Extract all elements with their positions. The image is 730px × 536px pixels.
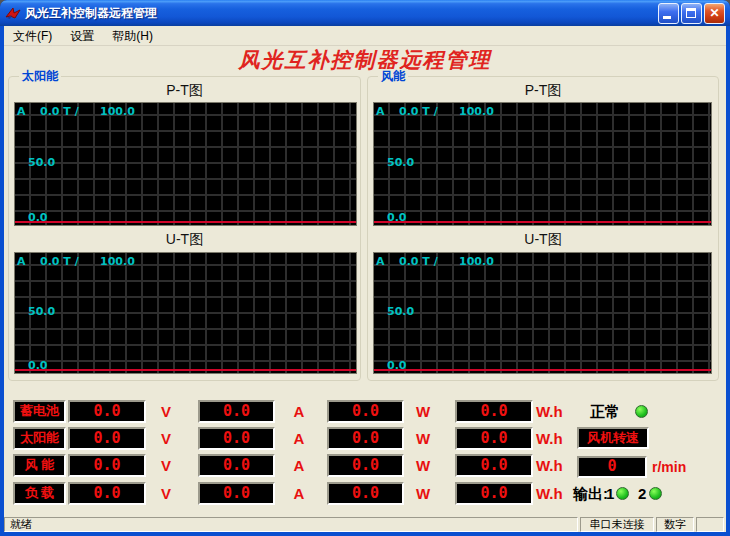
close-button[interactable]: ✕ [704,3,725,24]
voltage-unit: V [152,485,180,502]
main-content: 风光互补控制器远程管理 太阳能 P-T图 A 0.0 T / 100.0 50.… [4,46,726,517]
wind-ut-chart-title: U-T图 [368,231,718,249]
normal-status-label: 正常 [590,403,620,422]
menu-help[interactable]: 帮助(H) [103,26,162,45]
app-window: 风光互补控制器远程管理 ✕ 文件(F) 设置 帮助(H) 风光互补控制器远程管理… [0,0,730,536]
y-max-label: 100.0 [100,255,135,268]
battery-voltage-display: 0.0 [68,400,146,423]
y-mid-label: 50.0 [28,305,55,318]
wind-current-display: 0.0 [198,454,275,477]
maximize-button[interactable] [681,3,702,24]
wind-power-display: 0.0 [327,454,404,477]
axis-marker: A [17,105,26,118]
energy-unit: W.h [536,457,578,474]
axis-marker: A [376,105,385,118]
menubar: 文件(F) 设置 帮助(H) [4,26,726,46]
output-1-led [616,487,629,500]
status-mode: 数字 [656,517,694,532]
group-solar-label: 太阳能 [19,69,61,83]
wind-voltage-display: 0.0 [68,454,146,477]
solar-ut-chart: A 0.0 T / 100.0 50.0 0.0 [14,252,357,374]
output-2-led [649,487,662,500]
statusbar: 就绪 串口未连接 数字 [4,517,726,532]
solar-voltage-display: 0.0 [68,427,146,450]
battery-power-display: 0.0 [327,400,404,423]
output-2-label: 2 [638,485,646,502]
zero-data-line [374,221,711,223]
battery-energy-display: 0.0 [455,400,533,423]
y-max-label: 100.0 [100,105,135,118]
current-unit: A [285,457,313,474]
zero-data-line [15,369,356,371]
menu-file[interactable]: 文件(F) [4,26,61,45]
row-label-solar: 太阳能 [13,427,66,450]
y-max-label: 100.0 [459,255,494,268]
voltage-unit: V [152,430,180,447]
y-mid-label: 50.0 [387,156,414,169]
row-label-wind: 风 能 [13,454,66,477]
axis-marker: A [376,255,385,268]
current-unit: A [285,403,313,420]
voltage-unit: V [152,457,180,474]
status-ready: 就绪 [4,517,578,532]
output-1-label: 1 [606,485,614,502]
solar-current-display: 0.0 [198,427,275,450]
solar-power-display: 0.0 [327,427,404,450]
solar-pt-chart: A 0.0 T / 100.0 50.0 0.0 [14,102,357,226]
power-unit: W [409,430,437,447]
menu-settings[interactable]: 设置 [61,26,103,45]
status-spare-panel [696,517,724,532]
load-energy-display: 0.0 [455,482,533,505]
fan-speed-label: 风机转速 [577,427,649,449]
battery-current-display: 0.0 [198,400,275,423]
y-max-label: 100.0 [459,105,494,118]
power-unit: W [409,403,437,420]
time-scale-label: 0.0 T / [399,255,438,268]
y-mid-label: 50.0 [28,156,55,169]
maximize-icon [686,8,696,18]
energy-unit: W.h [536,403,578,420]
minimize-icon [663,16,671,19]
current-unit: A [285,430,313,447]
wind-pt-chart-title: P-T图 [368,82,718,100]
y-mid-label: 50.0 [387,305,414,318]
load-power-display: 0.0 [327,482,404,505]
current-unit: A [285,485,313,502]
energy-unit: W.h [536,430,578,447]
row-label-load: 负 载 [13,482,66,505]
solar-pt-chart-title: P-T图 [9,82,360,100]
group-wind-label: 风能 [378,69,408,83]
output-label: 输出: [573,485,608,504]
zero-data-line [374,369,711,371]
titlebar[interactable]: 风光互补控制器远程管理 ✕ [0,0,730,26]
wind-ut-chart: A 0.0 T / 100.0 50.0 0.0 [373,252,712,374]
voltage-unit: V [152,403,180,420]
window-title: 风光互补控制器远程管理 [25,5,157,22]
load-voltage-display: 0.0 [68,482,146,505]
energy-unit: W.h [536,485,578,502]
zero-data-line [15,221,356,223]
axis-marker: A [17,255,26,268]
fan-speed-unit: r/min [652,459,686,475]
row-label-battery: 蓄电池 [13,400,66,423]
time-scale-label: 0.0 T / [40,255,79,268]
fan-speed-display: 0 [577,456,647,478]
wind-pt-chart: A 0.0 T / 100.0 50.0 0.0 [373,102,712,226]
group-solar: 太阳能 P-T图 A 0.0 T / 100.0 50.0 0.0 U-T图 A… [8,76,361,381]
solar-energy-display: 0.0 [455,427,533,450]
time-scale-label: 0.0 T / [40,105,79,118]
page-title: 风光互补控制器远程管理 [4,47,726,74]
time-scale-label: 0.0 T / [399,105,438,118]
normal-status-led [635,405,648,418]
load-current-display: 0.0 [198,482,275,505]
wind-energy-display: 0.0 [455,454,533,477]
app-icon [5,5,21,21]
group-wind: 风能 P-T图 A 0.0 T / 100.0 50.0 0.0 U-T图 A … [367,76,719,381]
power-unit: W [409,485,437,502]
solar-ut-chart-title: U-T图 [9,231,360,249]
minimize-button[interactable] [658,3,679,24]
status-serial: 串口未连接 [580,517,654,532]
power-unit: W [409,457,437,474]
